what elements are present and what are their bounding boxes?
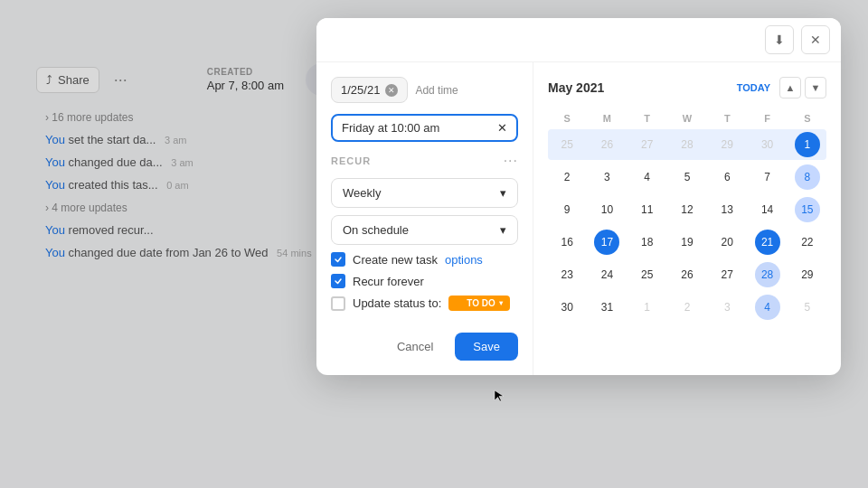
cal-day-12[interactable]: 12: [668, 194, 706, 225]
cal-day-17[interactable]: 17: [588, 227, 626, 258]
recur-modal: ⬇ ✕ 1/25/21 ✕ Add time Friday at 10:00 a…: [316, 18, 841, 375]
month-label: May 2021: [548, 80, 604, 95]
cal-day-jun2[interactable]: 2: [668, 292, 706, 323]
day-header-t: T: [628, 109, 666, 127]
start-date-chip[interactable]: 1/25/21 ✕: [331, 77, 408, 103]
cal-day-31[interactable]: 31: [588, 292, 626, 323]
cal-day-jun1[interactable]: 1: [628, 292, 666, 323]
chevron-down-icon-2: ▾: [500, 223, 506, 237]
cal-day-1[interactable]: 1: [788, 129, 826, 160]
cal-day-7[interactable]: 7: [748, 162, 786, 192]
update-status-label: Update status to:: [353, 296, 441, 310]
cal-day-5[interactable]: 5: [668, 162, 706, 192]
cal-day-16[interactable]: 16: [548, 227, 586, 258]
calendar-day-headers: S M T W T F S: [548, 109, 826, 127]
options-link[interactable]: options: [445, 253, 483, 267]
recur-forever-checkbox[interactable]: [331, 274, 345, 288]
cal-day-3[interactable]: 3: [588, 162, 626, 192]
cal-day-27[interactable]: 27: [708, 259, 746, 290]
calendar-week-6: 30 31 1 2 3 4 5: [548, 292, 826, 323]
start-date-value: 1/25/21: [341, 83, 380, 97]
update-status-checkbox[interactable]: [331, 296, 345, 311]
clear-start-date-button[interactable]: ✕: [385, 84, 398, 97]
save-button[interactable]: Save: [455, 333, 518, 361]
day-header-s: S: [548, 109, 586, 127]
due-date-row: Friday at 10:00 am ✕: [331, 114, 518, 142]
day-header-m: M: [588, 109, 626, 127]
calendar-header: May 2021 TODAY ▲ ▼: [548, 77, 826, 99]
cal-day-18[interactable]: 18: [628, 227, 666, 258]
cal-day-6[interactable]: 6: [708, 162, 746, 192]
download-button[interactable]: ⬇: [765, 25, 794, 54]
modal-footer: Cancel Save: [331, 318, 518, 361]
due-date-chip[interactable]: Friday at 10:00 am ✕: [331, 114, 518, 142]
cal-day-9[interactable]: 9: [548, 194, 586, 225]
cal-day-19[interactable]: 19: [668, 227, 706, 258]
cal-day-13[interactable]: 13: [708, 194, 746, 225]
calendar-nav: TODAY ▲ ▼: [731, 77, 826, 99]
recur-forever-row: Recur forever: [331, 274, 518, 288]
todo-label: TO DO: [467, 298, 495, 308]
modal-header: ⬇ ✕: [316, 18, 841, 62]
cancel-button[interactable]: Cancel: [382, 333, 448, 361]
cal-day-20[interactable]: 20: [708, 227, 746, 258]
day-header-w: W: [668, 109, 706, 127]
cal-day-25[interactable]: 25: [628, 259, 666, 290]
close-icon: ✕: [810, 33, 821, 47]
cal-day-21[interactable]: 21: [748, 227, 786, 258]
calendar-panel: May 2021 TODAY ▲ ▼ S M T W T F S: [533, 62, 841, 375]
weekly-label: Weekly: [343, 186, 381, 200]
recur-label: RECUR: [331, 155, 371, 166]
today-button[interactable]: TODAY: [731, 80, 776, 95]
calendar-week-1: 25 26 27 28 29 30 1: [548, 129, 826, 160]
cal-day-jun3[interactable]: 3: [708, 292, 746, 323]
cal-day-14[interactable]: 14: [748, 194, 786, 225]
todo-dropdown-icon: ▾: [499, 299, 503, 307]
cal-day-11[interactable]: 11: [628, 194, 666, 225]
cal-day-8[interactable]: 8: [788, 162, 826, 192]
recur-forever-label: Recur forever: [353, 275, 424, 288]
cal-day-15[interactable]: 15: [788, 194, 826, 225]
cal-day-10[interactable]: 10: [588, 194, 626, 225]
add-time-button[interactable]: Add time: [415, 84, 458, 97]
day-header-f: F: [748, 109, 786, 127]
cal-day-24[interactable]: 24: [588, 259, 626, 290]
due-date-chip-value: Friday at 10:00 am: [342, 121, 439, 135]
cal-day-apr29[interactable]: 29: [708, 129, 746, 160]
modal-body: 1/25/21 ✕ Add time Friday at 10:00 am ✕ …: [316, 62, 841, 375]
recur-header: RECUR ···: [331, 153, 518, 169]
cal-day-jun5[interactable]: 5: [788, 292, 826, 323]
create-task-checkbox[interactable]: [331, 252, 345, 267]
cal-day-apr26[interactable]: 26: [588, 129, 626, 160]
create-task-label: Create new task: [353, 253, 438, 267]
cal-day-2[interactable]: 2: [548, 162, 586, 192]
clear-due-date-button[interactable]: ✕: [497, 121, 507, 135]
prev-month-button[interactable]: ▲: [779, 77, 801, 99]
recur-more-button[interactable]: ···: [504, 153, 518, 169]
cal-day-apr30[interactable]: 30: [748, 129, 786, 160]
todo-badge[interactable]: TO DO ▾: [448, 296, 509, 311]
cal-day-4[interactable]: 4: [628, 162, 666, 192]
recur-section: RECUR ··· Weekly ▾ On schedule ▾: [331, 153, 518, 311]
cal-day-apr25[interactable]: 25: [548, 129, 586, 160]
download-icon: ⬇: [774, 33, 785, 47]
cal-day-jun4[interactable]: 4: [748, 292, 786, 323]
cal-day-30[interactable]: 30: [548, 292, 586, 323]
calendar-week-3: 9 10 11 12 13 14 15: [548, 194, 826, 225]
cal-day-28[interactable]: 28: [748, 259, 786, 290]
cal-day-apr27[interactable]: 27: [628, 129, 666, 160]
cal-day-26[interactable]: 26: [668, 259, 706, 290]
cal-day-apr28[interactable]: 28: [668, 129, 706, 160]
day-header-s2: S: [788, 109, 826, 127]
cal-day-23[interactable]: 23: [548, 259, 586, 290]
close-button[interactable]: ✕: [801, 25, 830, 54]
next-month-button[interactable]: ▼: [805, 77, 826, 99]
calendar-week-5: 23 24 25 26 27 28 29: [548, 259, 826, 290]
weekly-dropdown[interactable]: Weekly ▾: [331, 178, 518, 208]
create-task-row: Create new task options: [331, 252, 518, 267]
on-schedule-dropdown[interactable]: On schedule ▾: [331, 215, 518, 245]
cal-day-29[interactable]: 29: [788, 259, 826, 290]
calendar-grid: S M T W T F S 25 26 27 28 29 30 1: [548, 109, 826, 323]
cal-day-22[interactable]: 22: [788, 227, 826, 258]
left-panel: 1/25/21 ✕ Add time Friday at 10:00 am ✕ …: [316, 62, 533, 375]
